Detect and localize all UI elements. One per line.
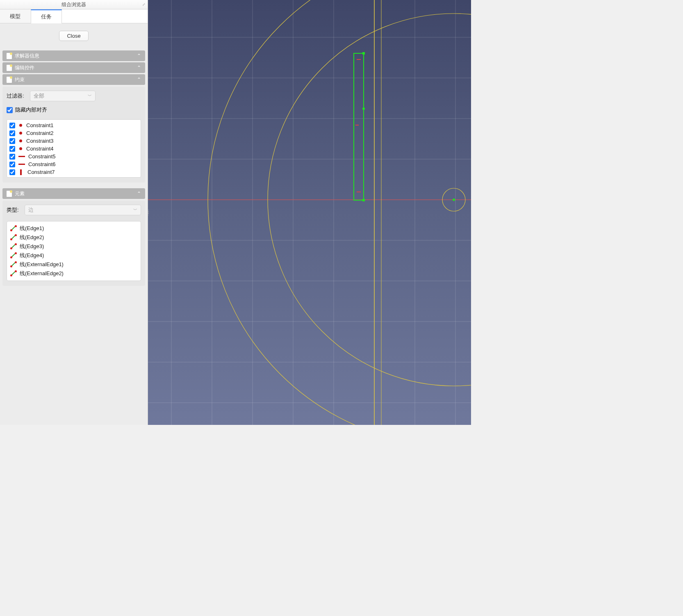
constraint-label: Constraint4 (26, 146, 53, 152)
constraint-item[interactable]: Constraint4 (9, 145, 139, 153)
element-label: 线(Edge3) (20, 243, 44, 250)
constraint-item[interactable]: Constraint5 (9, 153, 139, 160)
constraint-label: Constraint2 (26, 130, 53, 136)
constraint-checkbox[interactable] (9, 154, 15, 160)
undock-icon[interactable]: ⤢ (142, 2, 145, 7)
constraint-label: Constraint1 (26, 122, 53, 128)
combo-browser-panel: 组合浏览器 ⤢ 模型 任务 Close 求解器信息 ⌃ 编辑控件 ⌃ (0, 0, 148, 425)
chevron-up-icon: ⌃ (137, 65, 141, 71)
svg-point-29 (453, 198, 455, 201)
line-icon (10, 243, 17, 250)
close-button[interactable]: Close (59, 31, 88, 41)
3d-viewport[interactable]: ⋮⋮⋮ (148, 0, 471, 425)
chevron-up-icon: ⌃ (137, 191, 141, 196)
constraint-checkbox[interactable] (9, 169, 15, 175)
tab-bar: 模型 任务 (0, 9, 148, 23)
point-constraint-icon (19, 139, 22, 142)
element-item[interactable]: 线(Edge3) (9, 242, 138, 251)
constraint-listbox[interactable]: Constraint1Constraint2Constraint3Constra… (7, 119, 141, 178)
hide-internal-label: 隐藏内部对齐 (15, 106, 47, 114)
point-constraint-icon (19, 147, 22, 150)
element-label: 线(Edge1) (20, 225, 44, 232)
line-icon (10, 252, 17, 259)
viewport-svg (148, 0, 471, 425)
line-icon (10, 270, 17, 277)
element-listbox[interactable]: 线(Edge1)线(Edge2)线(Edge3)线(Edge4)线(Extern… (7, 221, 141, 281)
line-icon (10, 261, 17, 268)
element-label: 线(ExternalEdge1) (20, 261, 64, 268)
constraint-checkbox[interactable] (9, 138, 15, 144)
vertical-constraint-icon (20, 169, 22, 175)
element-label: 线(Edge4) (20, 252, 44, 259)
element-label: 线(ExternalEdge2) (20, 270, 64, 277)
constraint-label: Constraint7 (27, 169, 55, 175)
element-item[interactable]: 线(Edge2) (9, 233, 138, 242)
section-solver-title: 求解器信息 (15, 52, 39, 59)
panel-titlebar: 组合浏览器 ⤢ (0, 0, 148, 9)
section-elements-title: 元素 (15, 190, 25, 197)
constraint-checkbox[interactable] (9, 130, 15, 136)
close-row: Close (0, 23, 148, 49)
section-constraints-title: 约束 (15, 76, 25, 83)
constraint-label: Constraint3 (26, 138, 53, 144)
element-item[interactable]: 线(Edge4) (9, 251, 138, 260)
constraint-item[interactable]: Constraint1 (9, 121, 139, 129)
point-constraint-icon (19, 132, 22, 135)
section-edit-controls-header[interactable]: 编辑控件 ⌃ (2, 62, 145, 73)
constraint-item[interactable]: Constraint6 (9, 160, 139, 168)
filter-label: 过滤器: (7, 92, 24, 100)
section-constraints-body: 过滤器: 全部 ﹀ 隐藏内部对齐 Constraint1Constraint2C… (2, 87, 145, 183)
element-label: 线(Edge2) (20, 234, 44, 241)
selected-sketch-rect (354, 53, 364, 200)
hide-internal-checkbox[interactable] (7, 107, 13, 113)
section-elements-body: 类型: 边 ﹀ 线(Edge1)线(Edge2)线(Edge3)线(Edge4)… (2, 201, 145, 286)
section-constraints-header[interactable]: 约束 ⌃ (2, 74, 145, 85)
svg-point-28 (362, 107, 365, 110)
constraint-label: Constraint6 (28, 161, 55, 167)
line-icon (10, 234, 17, 241)
constraint-item[interactable]: Constraint2 (9, 129, 139, 137)
constraint-item[interactable]: Constraint3 (9, 137, 139, 145)
document-icon (7, 65, 12, 71)
constraint-item[interactable]: Constraint7 (9, 168, 139, 176)
constraint-checkbox[interactable] (9, 146, 15, 152)
document-icon (7, 191, 12, 197)
chevron-up-icon: ⌃ (137, 53, 141, 59)
point-constraint-icon (19, 124, 22, 127)
horizontal-constraint-icon (18, 156, 25, 157)
svg-rect-24 (362, 199, 365, 201)
chevron-down-icon: ﹀ (133, 207, 137, 213)
panel-title: 组合浏览器 (61, 1, 86, 8)
element-item[interactable]: 线(Edge1) (9, 224, 138, 233)
constraint-label: Constraint5 (28, 153, 55, 160)
tab-tasks[interactable]: 任务 (31, 9, 62, 23)
document-icon (7, 53, 12, 59)
svg-rect-23 (362, 52, 365, 55)
type-combo[interactable]: 边 ﹀ (25, 205, 141, 215)
chevron-down-icon: ﹀ (88, 93, 92, 99)
tab-model[interactable]: 模型 (0, 9, 31, 23)
type-label: 类型: (7, 206, 19, 214)
section-edit-controls-title: 编辑控件 (15, 64, 34, 71)
element-item[interactable]: 线(ExternalEdge2) (9, 269, 138, 278)
section-elements-header[interactable]: 元素 ⌃ (2, 188, 145, 199)
constraint-checkbox[interactable] (9, 162, 15, 167)
filter-combo[interactable]: 全部 ﹀ (30, 91, 96, 101)
section-solver-header[interactable]: 求解器信息 ⌃ (2, 50, 145, 61)
task-body: Close 求解器信息 ⌃ 编辑控件 ⌃ 约束 ⌃ 过滤器: 全部 (0, 23, 148, 425)
svg-point-20 (208, 0, 471, 425)
line-icon (10, 225, 17, 232)
horizontal-constraint-icon (18, 164, 25, 165)
constraint-checkbox[interactable] (9, 123, 15, 128)
document-icon (7, 77, 12, 83)
element-item[interactable]: 线(ExternalEdge1) (9, 260, 138, 269)
chevron-up-icon: ⌃ (137, 77, 141, 82)
